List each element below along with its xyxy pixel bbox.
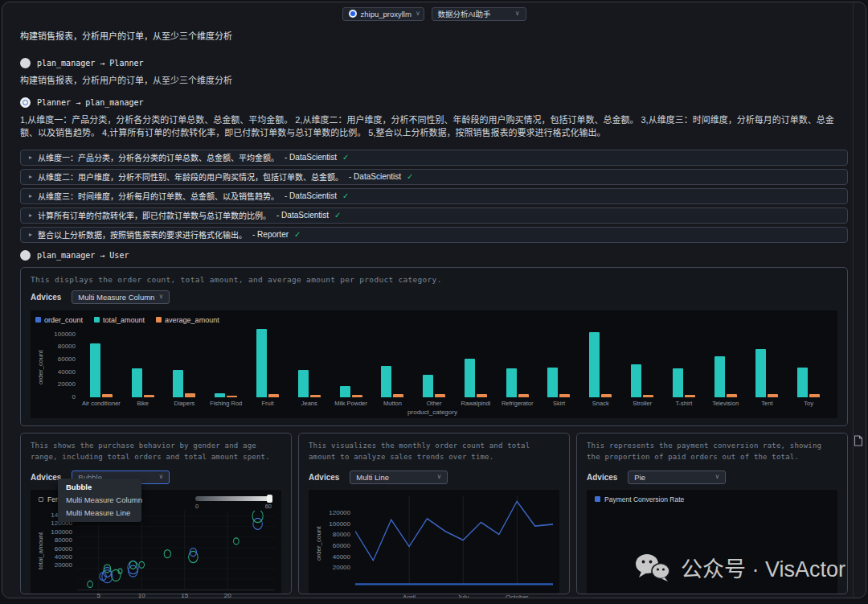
bar-total_amount[interactable] xyxy=(631,364,641,397)
bar-total_amount[interactable] xyxy=(132,368,142,397)
chevron-down-icon: ∨ xyxy=(715,474,720,480)
bar-average_amount[interactable] xyxy=(768,394,778,397)
task-list: ▸从维度一：产品分类，分析各分类的订单总数、总金额、平均金额。- DataSci… xyxy=(20,150,848,243)
category-label: Air conditioner xyxy=(82,400,121,407)
panel-description: This displays the order count, total amo… xyxy=(31,275,837,284)
bar-total_amount[interactable] xyxy=(298,370,309,397)
bar-group: Television xyxy=(705,328,747,407)
x-tick: 15 xyxy=(181,592,188,598)
bar-average_amount[interactable] xyxy=(352,395,362,397)
bar-average_amount[interactable] xyxy=(477,394,487,397)
bar-total_amount[interactable] xyxy=(256,329,267,397)
legend-item[interactable]: average_amount xyxy=(156,316,219,324)
chart-type-select[interactable]: Multi Measure Column ∨ xyxy=(72,290,170,304)
category-label: Television xyxy=(712,400,739,407)
bar-total_amount[interactable] xyxy=(340,386,350,397)
bar-total_amount[interactable] xyxy=(673,368,683,397)
bar-group: Bike xyxy=(122,328,164,407)
bar-average_amount[interactable] xyxy=(809,394,820,397)
bar-average_amount[interactable] xyxy=(685,395,695,397)
topbar: zhipu_proxyllm ∨ 数据分析AI助手 ∨ xyxy=(2,2,866,22)
bar-average_amount[interactable] xyxy=(601,394,612,397)
file-icon[interactable] xyxy=(854,435,863,450)
dropdown-option[interactable]: Bubble xyxy=(58,481,141,494)
bar-average_amount[interactable] xyxy=(518,394,529,397)
caret-icon: ▸ xyxy=(29,212,32,219)
bar-average_amount[interactable] xyxy=(144,395,154,397)
bubble-point[interactable] xyxy=(129,565,138,577)
chart-legend: order_counttotal_amountaverage_amount xyxy=(35,316,829,324)
bar-average_amount[interactable] xyxy=(435,394,445,397)
bar-total_amount[interactable] xyxy=(755,349,766,397)
model-icon xyxy=(349,10,357,18)
bubble-point[interactable] xyxy=(164,549,170,557)
bar-total_amount[interactable] xyxy=(589,332,600,397)
arrow: → xyxy=(100,251,104,260)
bubble-point[interactable] xyxy=(129,561,136,569)
y-tick: 60000 xyxy=(333,542,350,549)
slider-handle[interactable] xyxy=(267,495,272,503)
message-sender: plan_manager → Planner xyxy=(37,59,144,68)
bar-total_amount[interactable] xyxy=(173,370,183,397)
category-bar-chart: order_counttotal_amountaverage_amount or… xyxy=(31,310,837,418)
model-select[interactable]: zhipu_proxyllm ∨ xyxy=(342,7,424,21)
legend-item-conversion[interactable]: Payment Conversion Rate xyxy=(595,495,684,503)
wechat-icon xyxy=(635,553,672,582)
arrow: → xyxy=(76,98,80,107)
bar-average_amount[interactable] xyxy=(727,394,737,397)
bar-total_amount[interactable] xyxy=(506,368,517,397)
bar-average_amount[interactable] xyxy=(185,393,195,397)
size-slider[interactable]: 0 60 xyxy=(195,496,272,510)
check-icon: ✓ xyxy=(342,153,349,162)
bar-total_amount[interactable] xyxy=(714,356,725,397)
dropdown-option[interactable]: Multi Measure Line xyxy=(58,507,141,520)
bubble-point[interactable] xyxy=(88,581,93,587)
bubble-point[interactable] xyxy=(252,511,263,523)
bar-total_amount[interactable] xyxy=(423,375,433,397)
y-tick: 40000 xyxy=(55,553,72,561)
chevron-down-icon: ∨ xyxy=(416,10,420,17)
category-label: Fruit xyxy=(262,400,274,407)
caret-icon: ▸ xyxy=(29,173,32,180)
bubble-point[interactable] xyxy=(234,538,240,544)
chat-area: plan_manager → Planner 构建销售报表，分析用户的订单，从至… xyxy=(20,58,848,594)
bar-average_amount[interactable] xyxy=(643,395,653,397)
bar-average_amount[interactable] xyxy=(310,395,321,397)
check-icon: ✓ xyxy=(407,172,413,181)
task-row[interactable]: ▸从维度三：时间维度，分析每月的订单数、总金额、以及销售趋势。- DataSci… xyxy=(20,188,848,204)
task-row[interactable]: ▸整合以上分析数据，按照销售报表的要求进行格式化输出。- Reporter✓ xyxy=(20,227,848,243)
bar-total_amount[interactable] xyxy=(797,368,808,397)
bar-group: Other xyxy=(413,328,455,407)
bar-total_amount[interactable] xyxy=(215,393,225,397)
y-axis-label: order_count xyxy=(35,328,45,407)
bar-average_amount[interactable] xyxy=(559,394,570,397)
bar-average_amount[interactable] xyxy=(102,394,113,397)
dropdown-option[interactable]: Multi Measure Column xyxy=(58,494,141,507)
x-tick: April xyxy=(403,594,416,598)
bar-total_amount[interactable] xyxy=(381,366,391,397)
category-label: Mutton xyxy=(383,400,402,407)
bar-average_amount[interactable] xyxy=(227,396,237,397)
bar-average_amount[interactable] xyxy=(393,394,403,397)
legend-item[interactable]: order_count xyxy=(35,316,83,324)
bubble-point[interactable] xyxy=(253,518,263,529)
y-tick: 80000 xyxy=(58,343,76,350)
message-body: 1,从维度一：产品分类，分析各分类的订单总数、总金额、平均金额。 2,从维度二：… xyxy=(20,114,848,140)
bar-total_amount[interactable] xyxy=(465,359,475,397)
task-row[interactable]: ▸从维度二：用户维度，分析不同性别、年龄段的用户购买情况，包括订单数、总金额。-… xyxy=(20,169,848,185)
chart-type-select[interactable]: Pie ∨ xyxy=(628,470,726,484)
chart-type-select[interactable]: Multi Line ∨ xyxy=(350,470,448,484)
bar-total_amount[interactable] xyxy=(90,343,100,397)
app-select[interactable]: 数据分析AI助手 ∨ xyxy=(432,7,526,21)
barchart-plot: Air conditionerBikeDiapersFishing RodFru… xyxy=(80,328,829,407)
y-tick: 120000 xyxy=(329,509,350,516)
task-row[interactable]: ▸计算所有订单的付款转化率，即已付款订单数与总订单数的比例。- DataScie… xyxy=(20,207,848,224)
message-body: 构建销售报表，分析用户的订单，从至少三个维度分析 xyxy=(20,75,848,88)
bar-group: Air conditioner xyxy=(80,328,122,407)
bar-average_amount[interactable] xyxy=(268,394,279,397)
task-row[interactable]: ▸从维度一：产品分类，分析各分类的订单总数、总金额、平均金额。- DataSci… xyxy=(20,150,848,166)
scrollbar-rail[interactable] xyxy=(853,2,854,598)
bar-total_amount[interactable] xyxy=(547,368,558,397)
advices-label: Advices xyxy=(31,473,61,482)
legend-item[interactable]: total_amount xyxy=(94,316,145,324)
